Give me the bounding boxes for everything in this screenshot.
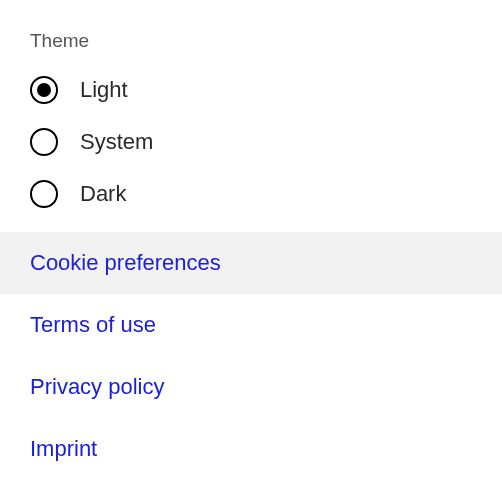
theme-option-system[interactable]: System [30,128,502,156]
radio-label: Dark [80,181,126,207]
theme-option-dark[interactable]: Dark [30,180,502,208]
link-imprint[interactable]: Imprint [0,418,502,480]
radio-label: Light [80,77,128,103]
radio-icon [30,128,58,156]
link-cookie-preferences[interactable]: Cookie preferences [0,232,502,294]
link-privacy-policy[interactable]: Privacy policy [0,356,502,418]
radio-icon [30,76,58,104]
theme-option-light[interactable]: Light [30,76,502,104]
theme-section-label: Theme [0,30,502,52]
radio-icon [30,180,58,208]
link-terms-of-use[interactable]: Terms of use [0,294,502,356]
radio-label: System [80,129,153,155]
theme-radio-group: Light System Dark [0,76,502,208]
